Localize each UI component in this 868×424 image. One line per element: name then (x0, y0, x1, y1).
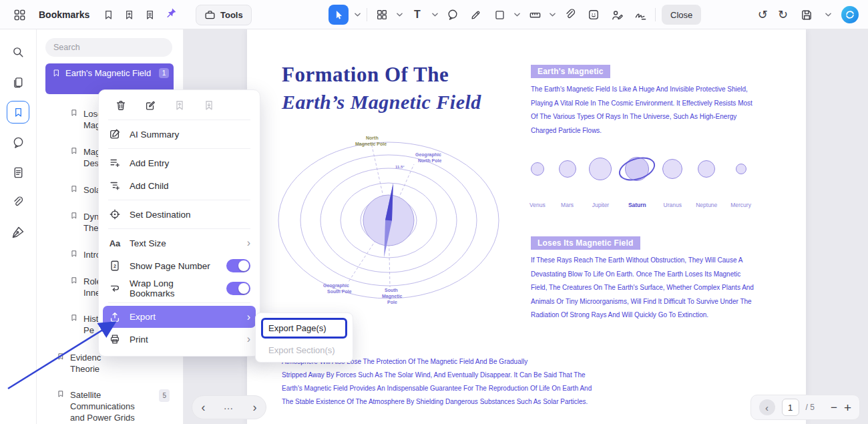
planets-row: Venus Mars Jupiter Saturn Uranus Neptune… (529, 144, 751, 208)
menu-item-export[interactable]: Export › (103, 306, 256, 328)
wrap-icon (108, 282, 122, 294)
document-panel-icon[interactable] (7, 161, 29, 184)
apps-grid-icon[interactable] (11, 5, 28, 24)
page-nav-pill: ‹ … › (192, 395, 266, 419)
diagram-label: North (366, 136, 379, 140)
planet-jupiter[interactable]: Jupiter (589, 144, 612, 208)
menu-item-set-destination[interactable]: Set Destination (99, 203, 260, 226)
measure-tool[interactable] (526, 5, 544, 24)
bookmark-item[interactable]: HistPe (70, 313, 98, 336)
menu-item-text-size[interactable]: Aa Text Size › (99, 232, 260, 254)
rename-icon[interactable] (144, 99, 156, 112)
diagram-label: South (385, 288, 398, 292)
bookmark-icon (57, 390, 65, 423)
bookmark-item[interactable]: EvidencTheorie (57, 352, 101, 375)
menu-item-add-entry[interactable]: Add Entry (99, 152, 260, 174)
magnetic-field-diagram: North Magnetic Pole Geographic North Pol… (254, 130, 521, 323)
ink-pen-icon[interactable] (7, 221, 29, 244)
sign-field-tool[interactable] (608, 5, 626, 24)
save-dropdown[interactable] (825, 13, 831, 17)
planet-mars[interactable]: Mars (559, 144, 576, 208)
prev-page-button[interactable]: ‹ (202, 401, 206, 413)
section-heading-badge: Earth's Magnetic (531, 65, 610, 78)
text-size-icon: Aa (108, 238, 122, 248)
planet-venus[interactable]: Venus (529, 144, 546, 208)
export-icon (108, 311, 122, 323)
sticker-tool[interactable] (585, 5, 602, 24)
comments-panel-icon[interactable] (7, 131, 29, 154)
submenu-chevron-icon: › (247, 334, 250, 345)
bookmark-item[interactable]: RoleInne (70, 276, 101, 298)
close-button[interactable]: Close (662, 5, 701, 25)
diagram-label: Geographic (415, 152, 441, 158)
page-organize-tool[interactable] (373, 5, 391, 24)
toolbox-icon (204, 9, 216, 21)
more-pages-button[interactable]: … (224, 401, 235, 415)
shape-tool[interactable] (491, 5, 508, 24)
bookmark-icon (70, 109, 78, 131)
menu-item-add-child[interactable]: Add Child (99, 174, 260, 197)
delete-icon[interactable] (115, 99, 127, 112)
next-page-button[interactable]: › (253, 401, 257, 413)
menu-item-show-page-number[interactable]: 2 Show Page Number (99, 254, 260, 277)
brand-swirl-icon (844, 9, 856, 21)
paragraph: The Earth's Magnetic Field Is Like A Hug… (531, 83, 752, 138)
measure-tool-dropdown[interactable] (550, 13, 556, 17)
top-toolbar: Bookmarks Tools T Close (0, 0, 868, 29)
menu-item-print[interactable]: Print › (99, 328, 260, 351)
planet-uranus[interactable]: Uranus (662, 144, 682, 208)
zoom-in-button[interactable]: + (844, 401, 851, 414)
attachments-panel-icon[interactable] (7, 191, 29, 214)
bookmark-item[interactable]: Intro (70, 249, 101, 260)
select-tool-dropdown[interactable] (355, 13, 361, 17)
planet-mercury[interactable]: Mercury (730, 144, 751, 208)
bookmark-list-icon[interactable] (144, 9, 156, 21)
redo-button[interactable]: ↻ (778, 9, 788, 21)
search-input[interactable] (45, 38, 172, 57)
pin-icon[interactable] (165, 7, 177, 22)
page-organize-dropdown[interactable] (397, 13, 403, 17)
wrap-long-bookmarks-toggle[interactable] (226, 282, 250, 295)
attach-tool[interactable] (562, 5, 579, 24)
collapse-pager-button[interactable]: ‹ (759, 399, 775, 415)
submenu-item-export-pages[interactable]: Export Page(s) (261, 318, 347, 339)
add-bookmark-icon[interactable] (124, 9, 135, 21)
bookmark-icon[interactable] (103, 9, 114, 21)
comment-tool[interactable] (444, 5, 461, 24)
panel-title: Bookmarks (39, 9, 89, 20)
search-icon[interactable] (7, 41, 29, 63)
undo-button[interactable]: ↺ (758, 9, 768, 21)
planet-saturn[interactable]: Saturn (625, 144, 649, 208)
save-button[interactable] (798, 5, 815, 24)
select-tool-button[interactable] (329, 5, 349, 25)
diagram-label: Geographic (323, 283, 349, 288)
zoom-out-button[interactable]: − (831, 402, 837, 413)
menu-item-wrap-long-bookmarks[interactable]: Wrap Long Bookmarks (99, 277, 260, 300)
bookmark-context-menu: AI Summary Add Entry Add Child Set Desti… (98, 89, 260, 357)
left-icon-rail (0, 29, 37, 424)
bookmark-item[interactable]: MagDes (70, 146, 100, 169)
shape-tool-dropdown[interactable] (514, 13, 520, 17)
paragraph: Atmosphere Will Also Lose The Protection… (282, 355, 592, 409)
bookmark-item[interactable]: SatelliteCommunicationsand Power Grids 5 (57, 389, 183, 423)
submenu-chevron-icon: › (247, 238, 250, 248)
current-page-input[interactable]: 1 (782, 399, 799, 416)
bookmarks-panel-icon[interactable] (7, 101, 29, 124)
diagram-label: Magnetic Pole (355, 142, 387, 147)
text-tool[interactable]: T (409, 5, 426, 24)
text-tool-dropdown[interactable] (432, 13, 438, 17)
planet-neptune[interactable]: Neptune (696, 144, 717, 208)
account-avatar[interactable] (841, 6, 859, 23)
bookmark-item[interactable]: LoseMag (70, 108, 102, 131)
promote-bookmark-icon (174, 99, 186, 112)
tools-button[interactable]: Tools (196, 5, 252, 25)
bookmark-item[interactable]: Sola (70, 184, 101, 196)
diagram-label: Pole (387, 300, 397, 304)
signature-tool[interactable] (632, 5, 649, 24)
bookmark-icon (70, 147, 78, 169)
show-page-number-toggle[interactable] (226, 259, 250, 272)
bookmark-icon (70, 185, 78, 196)
highlight-tool[interactable] (467, 5, 485, 24)
menu-item-ai-summary[interactable]: AI Summary (99, 123, 260, 146)
pages-panel-icon[interactable] (7, 71, 29, 93)
